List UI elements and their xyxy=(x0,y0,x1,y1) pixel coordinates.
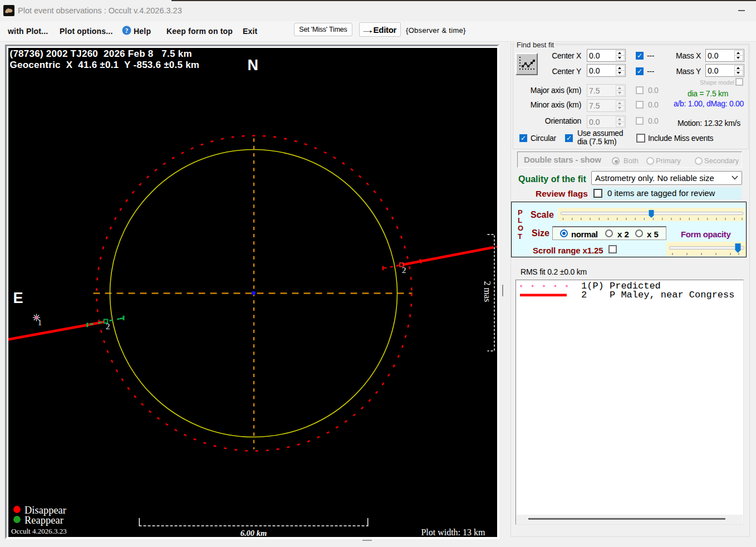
svg-text:2: 2 xyxy=(106,321,110,330)
svg-text:2 mas: 2 mas xyxy=(482,281,492,302)
svg-text:Geocentric X 41.6 ±0.1 Y -8: Geocentric X 41.6 ±0.1 Y -853.6 ±0.5 km xyxy=(9,59,199,70)
svg-text:Reappear: Reappear xyxy=(24,514,63,525)
svg-text:6.00 km: 6.00 km xyxy=(240,528,267,537)
svg-text:Disappear: Disappear xyxy=(24,504,66,515)
svg-text:E: E xyxy=(13,289,23,306)
svg-text:Occult 4.2026.3.23: Occult 4.2026.3.23 xyxy=(11,527,67,535)
svg-text:?: ? xyxy=(125,27,129,35)
svg-text:1: 1 xyxy=(38,319,42,327)
svg-text:2: 2 xyxy=(402,265,406,274)
svg-text:N: N xyxy=(247,56,258,73)
svg-text:(78736) 2002 TJ260 2026 Feb 8: (78736) 2002 TJ260 2026 Feb 8 7.5 km xyxy=(9,48,192,58)
svg-text:Plot width: 13 km: Plot width: 13 km xyxy=(421,527,485,536)
